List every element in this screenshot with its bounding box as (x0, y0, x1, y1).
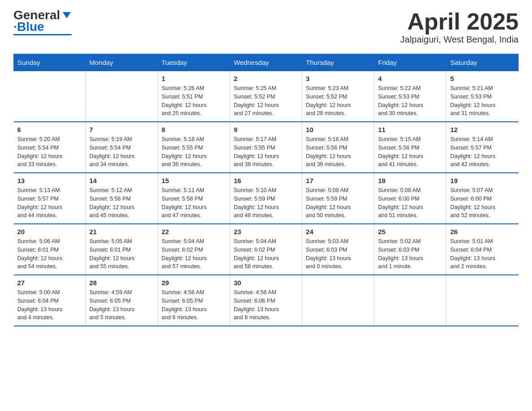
day-info: Sunrise: 5:08 AM Sunset: 6:00 PM Dayligh… (378, 186, 442, 220)
calendar-cell: 23Sunrise: 5:04 AM Sunset: 6:02 PM Dayli… (230, 224, 302, 275)
calendar-table: SundayMondayTuesdayWednesdayThursdayFrid… (13, 54, 519, 326)
day-number: 26 (450, 228, 515, 235)
day-info: Sunrise: 5:12 AM Sunset: 5:58 PM Dayligh… (90, 186, 154, 220)
calendar-cell: 21Sunrise: 5:05 AM Sunset: 6:01 PM Dayli… (86, 224, 158, 275)
day-info: Sunrise: 5:18 AM Sunset: 5:55 PM Dayligh… (162, 135, 226, 169)
location-subtitle: Jalpaiguri, West Bengal, India (400, 34, 519, 45)
calendar-cell: 17Sunrise: 5:09 AM Sunset: 5:59 PM Dayli… (302, 173, 374, 224)
day-number: 28 (90, 279, 154, 287)
calendar-cell (374, 275, 446, 326)
day-number: 8 (162, 126, 226, 133)
day-number: 6 (17, 126, 82, 133)
day-info: Sunrise: 5:20 AM Sunset: 5:54 PM Dayligh… (17, 135, 82, 169)
day-info: Sunrise: 5:01 AM Sunset: 6:04 PM Dayligh… (450, 237, 515, 271)
calendar-header-wednesday: Wednesday (230, 54, 302, 71)
calendar-cell: 1Sunrise: 5:26 AM Sunset: 5:51 PM Daylig… (158, 71, 230, 122)
calendar-cell: 28Sunrise: 4:59 AM Sunset: 6:05 PM Dayli… (86, 275, 158, 326)
day-info: Sunrise: 5:25 AM Sunset: 5:52 PM Dayligh… (234, 84, 298, 118)
day-number: 23 (234, 228, 298, 235)
calendar-cell: 6Sunrise: 5:20 AM Sunset: 5:54 PM Daylig… (14, 122, 86, 173)
day-number: 16 (234, 177, 298, 184)
day-number: 10 (306, 126, 370, 133)
calendar-cell (302, 275, 374, 326)
calendar-cell: 26Sunrise: 5:01 AM Sunset: 6:04 PM Dayli… (446, 224, 519, 275)
day-info: Sunrise: 5:00 AM Sunset: 6:04 PM Dayligh… (17, 288, 82, 322)
calendar-header-sunday: Sunday (14, 54, 86, 71)
calendar-cell: 13Sunrise: 5:13 AM Sunset: 5:57 PM Dayli… (14, 173, 86, 224)
calendar-header-tuesday: Tuesday (158, 54, 230, 71)
day-number: 15 (162, 177, 226, 184)
day-info: Sunrise: 5:14 AM Sunset: 5:57 PM Dayligh… (450, 135, 515, 169)
month-title: April 2025 (400, 9, 519, 34)
logo: General Blue (13, 9, 72, 35)
day-info: Sunrise: 5:11 AM Sunset: 5:58 PM Dayligh… (162, 186, 226, 220)
day-info: Sunrise: 5:15 AM Sunset: 5:56 PM Dayligh… (378, 135, 442, 169)
day-number: 12 (450, 126, 515, 133)
day-info: Sunrise: 5:05 AM Sunset: 6:01 PM Dayligh… (90, 237, 154, 271)
logo-underline (13, 34, 72, 35)
day-number: 1 (162, 75, 226, 82)
day-info: Sunrise: 5:04 AM Sunset: 6:02 PM Dayligh… (234, 237, 298, 271)
day-info: Sunrise: 5:07 AM Sunset: 6:00 PM Dayligh… (450, 186, 515, 220)
calendar-cell: 8Sunrise: 5:18 AM Sunset: 5:55 PM Daylig… (158, 122, 230, 173)
calendar-header-thursday: Thursday (302, 54, 374, 71)
day-info: Sunrise: 4:58 AM Sunset: 6:06 PM Dayligh… (234, 288, 298, 322)
day-number: 27 (17, 279, 82, 287)
day-info: Sunrise: 5:03 AM Sunset: 6:03 PM Dayligh… (306, 237, 370, 271)
day-info: Sunrise: 5:16 AM Sunset: 5:56 PM Dayligh… (306, 135, 370, 169)
day-number: 30 (234, 279, 298, 287)
day-number: 25 (378, 228, 442, 235)
day-number: 18 (378, 177, 442, 184)
day-info: Sunrise: 5:13 AM Sunset: 5:57 PM Dayligh… (17, 186, 82, 220)
day-number: 7 (90, 126, 154, 133)
calendar-header-row: SundayMondayTuesdayWednesdayThursdayFrid… (14, 54, 519, 71)
calendar-cell: 9Sunrise: 5:17 AM Sunset: 5:55 PM Daylig… (230, 122, 302, 173)
logo-text-blue: Blue (17, 21, 44, 33)
calendar-cell: 4Sunrise: 5:22 AM Sunset: 5:53 PM Daylig… (374, 71, 446, 122)
day-number: 11 (378, 126, 442, 133)
calendar-cell (446, 275, 519, 326)
day-info: Sunrise: 5:04 AM Sunset: 6:02 PM Dayligh… (162, 237, 226, 271)
calendar-week-row: 27Sunrise: 5:00 AM Sunset: 6:04 PM Dayli… (14, 275, 519, 326)
day-number: 19 (450, 177, 515, 184)
day-number: 17 (306, 177, 370, 184)
day-info: Sunrise: 5:22 AM Sunset: 5:53 PM Dayligh… (378, 84, 442, 118)
title-section: April 2025 Jalpaiguri, West Bengal, Indi… (400, 9, 519, 45)
calendar-cell: 10Sunrise: 5:16 AM Sunset: 5:56 PM Dayli… (302, 122, 374, 173)
day-info: Sunrise: 5:26 AM Sunset: 5:51 PM Dayligh… (162, 84, 226, 118)
calendar-cell: 14Sunrise: 5:12 AM Sunset: 5:58 PM Dayli… (86, 173, 158, 224)
logo-triangle-icon (62, 10, 72, 20)
calendar-cell (86, 71, 158, 122)
day-number: 9 (234, 126, 298, 133)
svg-marker-0 (63, 12, 71, 18)
day-info: Sunrise: 4:58 AM Sunset: 6:05 PM Dayligh… (162, 288, 226, 322)
calendar-header-monday: Monday (86, 54, 158, 71)
calendar-week-row: 1Sunrise: 5:26 AM Sunset: 5:51 PM Daylig… (14, 71, 519, 122)
calendar-cell: 27Sunrise: 5:00 AM Sunset: 6:04 PM Dayli… (14, 275, 86, 326)
day-number: 13 (17, 177, 82, 184)
calendar-cell: 3Sunrise: 5:23 AM Sunset: 5:52 PM Daylig… (302, 71, 374, 122)
day-info: Sunrise: 4:59 AM Sunset: 6:05 PM Dayligh… (90, 288, 154, 322)
day-info: Sunrise: 5:21 AM Sunset: 5:53 PM Dayligh… (450, 84, 515, 118)
calendar-cell: 30Sunrise: 4:58 AM Sunset: 6:06 PM Dayli… (230, 275, 302, 326)
day-number: 22 (162, 228, 226, 235)
calendar-cell: 18Sunrise: 5:08 AM Sunset: 6:00 PM Dayli… (374, 173, 446, 224)
day-number: 14 (90, 177, 154, 184)
day-info: Sunrise: 5:17 AM Sunset: 5:55 PM Dayligh… (234, 135, 298, 169)
calendar-cell: 19Sunrise: 5:07 AM Sunset: 6:00 PM Dayli… (446, 173, 519, 224)
day-number: 21 (90, 228, 154, 235)
calendar-cell: 16Sunrise: 5:10 AM Sunset: 5:59 PM Dayli… (230, 173, 302, 224)
calendar-cell: 7Sunrise: 5:19 AM Sunset: 5:54 PM Daylig… (86, 122, 158, 173)
calendar-header-saturday: Saturday (446, 54, 519, 71)
day-number: 2 (234, 75, 298, 82)
calendar-cell: 11Sunrise: 5:15 AM Sunset: 5:56 PM Dayli… (374, 122, 446, 173)
day-number: 24 (306, 228, 370, 235)
calendar-cell: 24Sunrise: 5:03 AM Sunset: 6:03 PM Dayli… (302, 224, 374, 275)
day-info: Sunrise: 5:06 AM Sunset: 6:01 PM Dayligh… (17, 237, 82, 271)
day-info: Sunrise: 5:02 AM Sunset: 6:03 PM Dayligh… (378, 237, 442, 271)
day-info: Sunrise: 5:09 AM Sunset: 5:59 PM Dayligh… (306, 186, 370, 220)
calendar-cell (14, 71, 86, 122)
page-header: General Blue April 2025 Jalpaiguri, West… (13, 9, 519, 45)
day-number: 20 (17, 228, 82, 235)
calendar-week-row: 20Sunrise: 5:06 AM Sunset: 6:01 PM Dayli… (14, 224, 519, 275)
